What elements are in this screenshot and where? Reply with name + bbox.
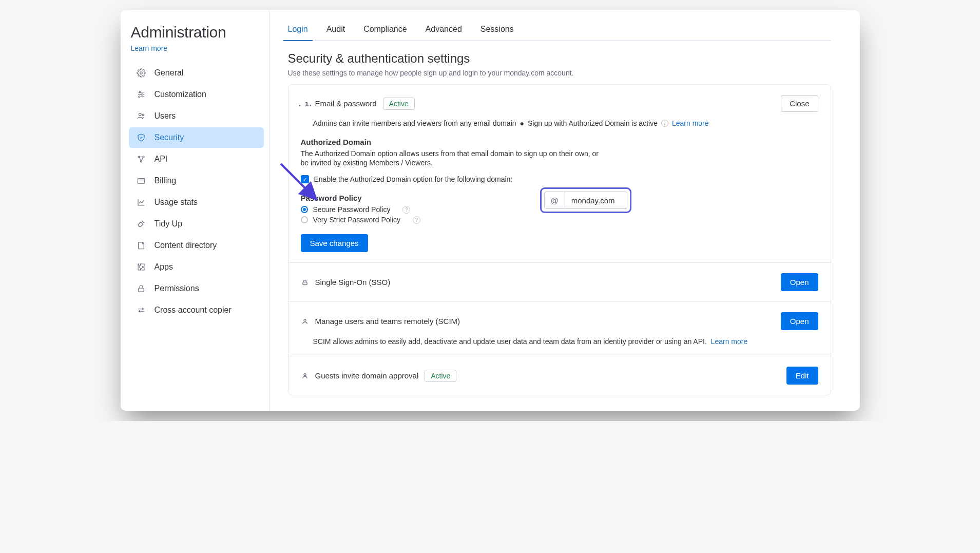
radio-label: Secure Password Policy	[313, 205, 391, 214]
svg-point-0	[140, 72, 142, 74]
sidebar-item-label: Billing	[155, 176, 257, 185]
page-title: Security & authentication settings	[288, 51, 831, 66]
sidebar-learn-more-link[interactable]: Learn more	[129, 41, 168, 63]
note-icon	[136, 240, 146, 251]
svg-point-4	[141, 94, 143, 96]
svg-point-16	[303, 319, 305, 321]
status-badge: Active	[383, 98, 415, 110]
section-title: Email & password	[315, 99, 377, 108]
svg-point-11	[140, 161, 142, 162]
section-title: Single Sign-On (SSO)	[315, 278, 391, 287]
svg-point-8	[142, 114, 144, 116]
close-button[interactable]: Close	[781, 95, 818, 112]
chart-icon	[136, 197, 146, 207]
tab-advanced[interactable]: Advanced	[426, 20, 462, 41]
svg-rect-15	[302, 282, 306, 284]
authorized-domain-text-2: be invited by existing Members / Viewers…	[301, 159, 818, 167]
gear-icon	[136, 68, 146, 78]
puzzle-icon	[136, 262, 146, 272]
settings-card: . ı. Email & password Active Close Admin…	[288, 84, 831, 395]
tab-login[interactable]: Login	[288, 20, 308, 41]
sidebar-item-label: Customization	[155, 90, 257, 99]
learn-more-link[interactable]: Learn more	[672, 119, 709, 127]
sliders-icon	[136, 89, 146, 100]
shield-icon	[136, 132, 146, 143]
at-symbol: @	[545, 196, 565, 205]
sidebar-item-general[interactable]: General	[129, 63, 264, 83]
svg-point-6	[138, 96, 140, 98]
status-badge: Active	[425, 370, 456, 382]
sidebar-item-cross-account-copier[interactable]: Cross account copier	[129, 300, 264, 320]
section-guests-invite: Guests invite domain approval Active Edi…	[289, 356, 831, 395]
open-button[interactable]: Open	[781, 312, 818, 330]
sidebar-item-customization[interactable]: Customization	[129, 84, 264, 105]
radio-very-strict-password[interactable]	[301, 216, 308, 223]
credit-card-icon	[136, 176, 146, 186]
radio-label: Very Strict Password Policy	[313, 216, 400, 224]
sidebar-item-users[interactable]: Users	[129, 106, 264, 126]
sidebar-item-usage-stats[interactable]: Usage stats	[129, 192, 264, 213]
sidebar-item-label: Content directory	[155, 241, 257, 250]
open-button[interactable]: Open	[781, 273, 818, 291]
sidebar-item-label: General	[155, 68, 257, 78]
svg-point-10	[143, 156, 144, 158]
page-subtitle: Use these settings to manage how people …	[288, 69, 831, 77]
sidebar-item-tidy-up[interactable]: Tidy Up	[129, 214, 264, 234]
section-email-password: . ı. Email & password Active Close Admin…	[289, 85, 831, 263]
domain-input[interactable]	[565, 196, 627, 205]
section-scim: Manage users and teams remotely (SCIM) O…	[289, 302, 831, 356]
svg-rect-14	[138, 288, 144, 292]
logo-icon: . ı.	[301, 100, 309, 108]
tab-audit[interactable]: Audit	[326, 20, 345, 41]
lock-icon	[136, 283, 146, 294]
sidebar-item-security[interactable]: Security	[129, 127, 264, 148]
svg-point-17	[303, 373, 305, 375]
sidebar-item-apps[interactable]: Apps	[129, 257, 264, 277]
sidebar-title: Administration	[129, 24, 264, 41]
sidebar-item-label: Apps	[155, 262, 257, 272]
svg-point-7	[139, 113, 141, 116]
radio-secure-password[interactable]	[301, 206, 308, 213]
sidebar-item-billing[interactable]: Billing	[129, 170, 264, 191]
svg-point-9	[138, 156, 140, 158]
broom-icon	[136, 219, 146, 229]
section-title: Manage users and teams remotely (SCIM)	[315, 317, 460, 326]
sidebar: Administration Learn more General Custom…	[121, 10, 270, 411]
tab-sessions[interactable]: Sessions	[481, 20, 514, 41]
tabs: Login Audit Compliance Advanced Sessions	[288, 20, 831, 41]
user-icon	[301, 372, 309, 380]
authorized-domain-text: The Authorized Domain option allows user…	[301, 149, 818, 158]
authorized-domain-checkbox[interactable]: ✓	[301, 175, 309, 183]
sidebar-item-content-directory[interactable]: Content directory	[129, 235, 264, 256]
section-sso: Single Sign-On (SSO) Open	[289, 263, 831, 302]
users-icon	[136, 111, 146, 121]
sidebar-item-label: API	[155, 155, 257, 164]
help-icon[interactable]: ?	[402, 206, 410, 214]
sidebar-item-label: Users	[155, 111, 257, 121]
edit-button[interactable]: Edit	[786, 367, 818, 385]
learn-more-link[interactable]: Learn more	[711, 337, 748, 346]
section-description: Admins can invite members and viewers fr…	[313, 119, 818, 127]
tab-compliance[interactable]: Compliance	[363, 20, 407, 41]
sidebar-item-label: Security	[155, 133, 257, 142]
save-changes-button[interactable]: Save changes	[301, 234, 368, 252]
sidebar-item-api[interactable]: API	[129, 149, 264, 169]
sidebar-item-label: Tidy Up	[155, 219, 257, 228]
scim-description: SCIM allows admins to easily add, deacti…	[313, 337, 707, 346]
swap-icon	[136, 305, 146, 315]
info-icon[interactable]: i	[661, 120, 668, 127]
svg-rect-12	[138, 179, 145, 184]
section-title: Guests invite domain approval	[315, 371, 419, 380]
help-icon[interactable]: ?	[413, 216, 420, 224]
checkbox-label: Enable the Authorized Domain option for …	[314, 175, 513, 183]
lock-icon	[301, 278, 309, 287]
svg-point-2	[139, 91, 141, 93]
user-icon	[301, 317, 309, 326]
api-icon	[136, 154, 146, 164]
sidebar-item-label: Usage stats	[155, 198, 257, 207]
sidebar-item-permissions[interactable]: Permissions	[129, 278, 264, 299]
authorized-domain-heading: Authorized Domain	[301, 138, 818, 146]
domain-input-highlight: @	[540, 187, 631, 213]
sidebar-item-label: Cross account copier	[155, 306, 257, 315]
sidebar-item-label: Permissions	[155, 284, 257, 293]
